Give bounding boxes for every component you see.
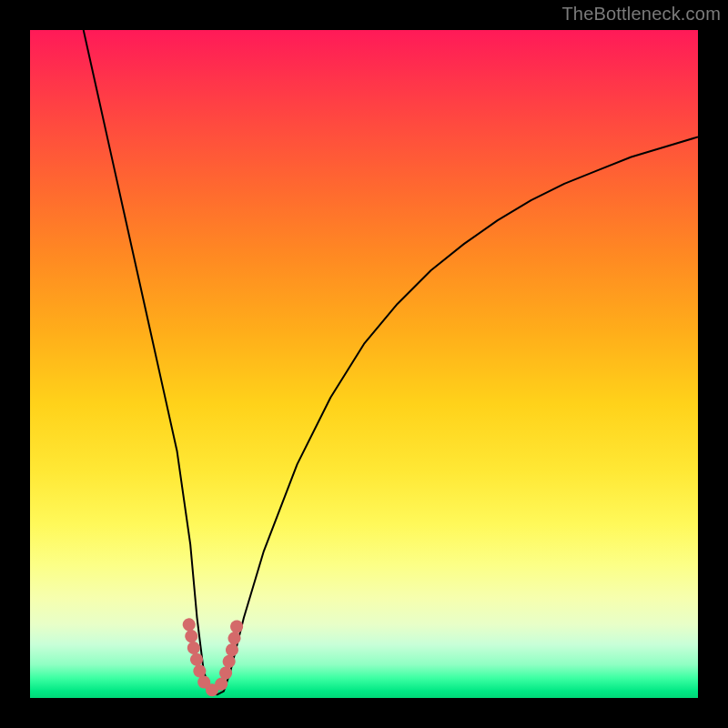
bottleneck-curve [84, 30, 698, 694]
highlight-band [189, 624, 238, 690]
watermark-text: TheBottleneck.com [561, 4, 721, 25]
chart-frame: TheBottleneck.com [0, 0, 728, 728]
plot-area [30, 30, 698, 698]
curve-layer [30, 30, 698, 698]
